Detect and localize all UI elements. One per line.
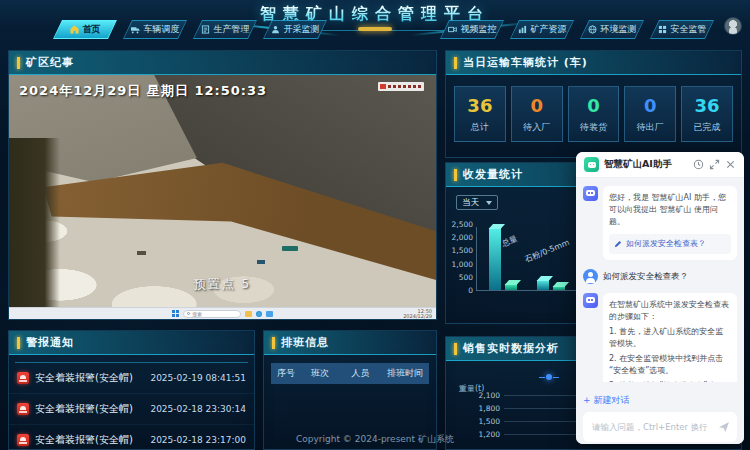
- alarm-time: 2025-02-18 23:30:14: [150, 404, 246, 414]
- bar-stone-powder-2: [553, 286, 565, 290]
- stat-value: 0: [569, 95, 619, 116]
- alarm-item[interactable]: 安全着装报警(安全帽) 2025-02-19 08:41:51: [9, 363, 254, 394]
- send-icon[interactable]: [718, 421, 730, 433]
- stat-label: 待入厂: [512, 121, 562, 134]
- legend-marker-icon: [546, 374, 552, 380]
- globe-icon: [588, 25, 597, 34]
- tab-label: 安全监管: [671, 23, 707, 36]
- close-icon[interactable]: [725, 159, 736, 170]
- expand-icon[interactable]: [709, 159, 720, 170]
- alarm-item[interactable]: 安全着装报警(安全帽) 2025-02-18 23:30:14: [9, 394, 254, 425]
- tab-label: 矿产资源: [531, 23, 567, 36]
- y-tick: 1,800: [452, 404, 500, 413]
- tab-safety-supervision[interactable]: 安全监管: [650, 20, 714, 39]
- user-avatar[interactable]: [724, 17, 742, 35]
- panel-title: 收发量统计: [463, 167, 523, 182]
- history-icon[interactable]: [693, 159, 704, 170]
- tab-label: 车辆调度: [144, 23, 180, 36]
- stat-label: 待出厂: [625, 121, 675, 134]
- bot-avatar-icon: [583, 293, 598, 308]
- tab-label: 生产管理: [214, 23, 250, 36]
- column-header: 序号: [271, 367, 301, 380]
- user-question-text: 如何派发安全检查表？: [603, 271, 688, 283]
- tab-label: 首页: [83, 23, 101, 36]
- panel-title: 当日运输车辆统计 (车): [463, 55, 588, 70]
- taskbar-clock: 12:502024/12/29: [403, 309, 432, 319]
- title-deco-notch: [358, 27, 392, 31]
- stat-label: 总计: [455, 121, 505, 134]
- nav-right: 视频监控 矿产资源 环境监测 安全监管: [440, 20, 714, 39]
- panel-title: 销售实时数据分析: [463, 341, 559, 356]
- panel-alarm-notifications: 警报通知 安全着装报警(安全帽) 2025-02-19 08:41:51 安全着…: [8, 330, 255, 450]
- title-accent-bar: [17, 337, 20, 349]
- equipment: [257, 260, 265, 264]
- ai-chat-body: 您好，我是 智慧矿山AI 助手，您可以向我提出 智慧矿山 使用问题。 如何派发安…: [576, 178, 744, 382]
- stat-card-pending-exit: 0待出厂: [624, 86, 676, 142]
- stat-value: 0: [625, 95, 675, 116]
- pencil-icon: [614, 240, 622, 248]
- tab-mining-monitor[interactable]: 开采监测: [263, 20, 327, 39]
- panel-title-bar: 警报通知: [9, 331, 254, 355]
- panel-shift-schedule: 排班信息 序号 班次 人员 排班时间: [263, 330, 437, 450]
- windows-start-icon: [172, 310, 179, 317]
- question-input[interactable]: [590, 421, 713, 433]
- bot-welcome-text: 您好，我是 智慧矿山AI 助手，您可以向我提出 智慧矿山 使用问题。: [609, 193, 726, 226]
- bot-avatar-icon: [583, 186, 598, 201]
- video-feed[interactable]: 2024年12月29日 星期日 12:50:33 预置点 5 搜索 12:502…: [9, 75, 436, 319]
- panel-title: 矿区纪事: [26, 55, 74, 70]
- panel-title-bar: 矿区纪事: [9, 51, 436, 75]
- tab-video-monitor[interactable]: 视频监控: [440, 20, 504, 39]
- ai-robot-icon: [584, 157, 599, 172]
- tab-environment-monitor[interactable]: 环境监测: [580, 20, 644, 39]
- stat-card-completed: 36已完成: [681, 86, 733, 142]
- range-dropdown[interactable]: 当天: [456, 195, 498, 210]
- stat-card-pending-entry: 0待入厂: [511, 86, 563, 142]
- ai-title: 智慧矿山AI助手: [604, 158, 688, 171]
- y-tick: 0: [468, 286, 473, 295]
- header: 智慧矿山综合管理平台 首页 车辆调度 生产管理 开采监测 视频监控: [0, 0, 750, 42]
- title-accent-bar: [17, 57, 20, 69]
- tab-label: 视频监控: [461, 23, 497, 36]
- store-icon: [266, 311, 273, 317]
- stat-card-total: 36总计: [454, 86, 506, 142]
- person-monitor-icon: [271, 25, 280, 34]
- clipboard-icon: [201, 25, 210, 34]
- answer-step: 2. 在安全监管模块中找到并点击“安全检查”选项。: [609, 353, 731, 377]
- answer-step: 1. 首先，进入矿山系统的安全监管模块。: [609, 326, 731, 350]
- column-header: 人员: [339, 367, 382, 380]
- video-camera-icon: [448, 25, 457, 34]
- bar-total-2: [505, 284, 517, 290]
- stat-label: 待装货: [569, 121, 619, 134]
- ai-assistant-panel: 智慧矿山AI助手 您好，我是 智慧矿山AI 助手，您可以向我提出 智慧矿山 使用…: [576, 152, 744, 444]
- user-avatar-icon: [583, 269, 598, 284]
- suggested-question[interactable]: 如何派发安全检查表？: [609, 234, 731, 254]
- y-tick: 500: [459, 273, 473, 282]
- edge-icon: [256, 311, 262, 317]
- tab-home[interactable]: 首页: [53, 20, 117, 39]
- new-chat-button[interactable]: +新建对话: [583, 394, 630, 407]
- preset-point-label: 预置点 5: [9, 276, 436, 293]
- tab-production[interactable]: 生产管理: [193, 20, 257, 39]
- answer-intro: 在智慧矿山系统中派发安全检查表的步骤如下：: [609, 300, 729, 321]
- y-tick: 2,500: [452, 220, 473, 229]
- truck: [137, 251, 146, 255]
- bar-chart-icon: [518, 25, 527, 34]
- range-selected: 当天: [462, 197, 479, 209]
- ai-input-row: [583, 412, 737, 442]
- ai-header: 智慧矿山AI助手: [576, 152, 744, 178]
- bar-stone-powder: [537, 280, 549, 290]
- taskbar-search: 搜索: [183, 310, 241, 318]
- answer-steps: 1. 首先，进入矿山系统的安全监管模块。 2. 在安全监管模块中找到并点击“安全…: [609, 326, 731, 382]
- home-icon: [70, 25, 79, 34]
- tab-label: 开采监测: [284, 23, 320, 36]
- tab-mineral-resources[interactable]: 矿产资源: [510, 20, 574, 39]
- panel-daily-transport-stats: 当日运输车辆统计 (车) 36总计 0待入厂 0待装货 0待出厂 36已完成: [445, 50, 742, 158]
- tab-vehicle-dispatch[interactable]: 车辆调度: [123, 20, 187, 39]
- panel-title: 排班信息: [281, 335, 329, 350]
- stat-label: 已完成: [682, 121, 732, 134]
- x-label: 石粉/0-5mm: [519, 237, 571, 267]
- user-message: 如何派发安全检查表？: [583, 269, 737, 284]
- title-accent-bar: [454, 57, 457, 69]
- bar-total: [489, 228, 501, 290]
- panel-mine-chronicle: 矿区纪事 2024年12月29日 星期日 12:50:33 预置点 5 搜索 1…: [8, 50, 437, 320]
